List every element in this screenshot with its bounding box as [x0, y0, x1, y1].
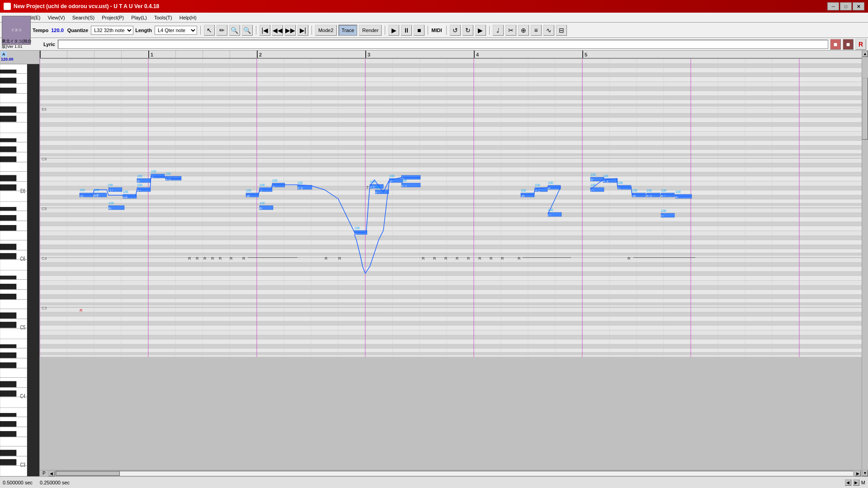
window-controls[interactable]: ─ □ ✕ — [827, 2, 864, 10]
svg-text:E6: E6 — [42, 107, 47, 112]
pause-button[interactable]: ⏸ — [401, 25, 412, 36]
svg-text:a↓: a↓ — [259, 206, 263, 210]
tool-btn-1[interactable]: ↺ — [450, 25, 461, 36]
piano-keys[interactable]: E6 C6 C5 C4 C3 — [0, 64, 39, 476]
note-tool-1[interactable]: ♩ — [493, 25, 504, 36]
scroll-up-btn[interactable]: ▲ — [862, 51, 868, 57]
svg-text:a↓: a↓ — [675, 195, 679, 198]
scroll-left-btn[interactable]: ◀ — [48, 471, 55, 476]
track-prefix: A — [1, 52, 7, 57]
svg-text:R: R — [422, 256, 425, 261]
pencil-tool-button[interactable]: ✏ — [217, 25, 227, 36]
note-tool-6[interactable]: ⊟ — [556, 25, 567, 36]
ruler-beat — [230, 51, 231, 59]
vertical-scrollbar[interactable]: ▲ ▼ — [862, 51, 868, 476]
svg-text:R: R — [80, 308, 83, 313]
status-scroll-right[interactable]: ▶ — [853, 479, 859, 486]
menu-project[interactable]: Project(P) — [98, 14, 127, 21]
skip-to-start-button[interactable]: |◀ — [259, 25, 270, 36]
sep4 — [385, 26, 385, 35]
quantize-dropdown[interactable]: L32 32th note L16 16th note L8 8th note … — [91, 26, 133, 35]
tool-btn-2[interactable]: ↻ — [462, 25, 473, 36]
ruler: 1 2 3 4 5 — [40, 51, 862, 59]
menu-play[interactable]: Play(L) — [127, 14, 151, 21]
note-tool-5[interactable]: ∿ — [543, 25, 554, 36]
play-button[interactable]: ▶ — [388, 25, 399, 36]
svg-text:か: か — [137, 179, 140, 183]
stop-button[interactable]: ■ — [414, 25, 425, 36]
lyric-input[interactable] — [58, 40, 828, 49]
time2-value: 0.250000 sec — [40, 480, 70, 485]
horizontal-scrollbar[interactable]: P ◀ ▶ — [40, 470, 862, 476]
svg-text:100: 100 — [354, 226, 360, 230]
note-tool-3[interactable]: ⊕ — [518, 25, 529, 36]
ruler-beat — [67, 51, 69, 59]
note-tool-2[interactable]: ✂ — [505, 25, 516, 36]
svg-text:R: R — [501, 256, 504, 261]
zoom-out-button[interactable]: 🔍 — [242, 25, 253, 36]
status-scroll-left[interactable]: ◀ — [845, 479, 851, 486]
zoom-in-button[interactable]: 🔍 — [229, 25, 240, 36]
svg-text:100: 100 — [259, 202, 265, 205]
vscroll-track[interactable] — [862, 57, 868, 470]
svg-text:C6: C6 — [20, 256, 25, 262]
svg-text:C4: C4 — [42, 256, 47, 261]
tool-btn-3[interactable]: ▶ — [475, 25, 486, 36]
minimize-button[interactable]: ─ — [827, 2, 839, 10]
scroll-track[interactable] — [56, 471, 854, 476]
svg-text:100: 100 — [389, 174, 395, 178]
mode2-button[interactable]: Mode2 — [315, 25, 337, 36]
svg-text:100: 100 — [661, 189, 666, 192]
note-tool-4[interactable]: ≡ — [531, 25, 542, 36]
svg-text:100: 100 — [548, 181, 553, 184]
ruler-beat — [121, 51, 123, 59]
rewind-button[interactable]: ◀◀ — [272, 25, 283, 36]
scroll-right-btn[interactable]: ▶ — [854, 471, 861, 476]
menu-help[interactable]: Help(H) — [176, 14, 200, 21]
skip-button[interactable]: ▶▶ — [285, 25, 296, 36]
restore-button[interactable]: □ — [840, 2, 852, 10]
render-button[interactable]: Render — [359, 25, 382, 36]
svg-text:7: 7 — [366, 185, 368, 190]
svg-text:R: R — [490, 256, 493, 261]
svg-text:い: い — [110, 188, 113, 192]
trace-button[interactable]: Trace — [339, 25, 358, 36]
toolbar: イタコ Tempo 120.0 Quantize L32 32th note L… — [0, 23, 868, 38]
svg-text:R: R — [478, 256, 481, 261]
svg-text:100: 100 — [80, 188, 85, 192]
svg-text:C4: C4 — [20, 393, 25, 399]
vscroll-thumb[interactable] — [862, 78, 868, 140]
status-bar: 0.500000 sec 0.250000 sec ◀ ▶ M — [0, 476, 868, 488]
track-name: 東北イタコ(統合 — [2, 39, 42, 44]
lyric-btn-3[interactable]: R — [855, 39, 866, 50]
midi-label: MIDI — [431, 28, 442, 33]
time1-value: 0.500000 sec — [3, 480, 33, 485]
menu-view[interactable]: View(V) — [44, 14, 68, 21]
svg-text:100: 100 — [590, 173, 596, 176]
close-button[interactable]: ✕ — [853, 2, 864, 10]
svg-text:R: R — [433, 256, 436, 261]
svg-text:し: し — [272, 184, 275, 187]
scroll-down-btn[interactable]: ▼ — [862, 470, 868, 476]
select-tool-button[interactable]: ↖ — [204, 25, 215, 36]
lyric-btn-1[interactable]: ■ — [830, 39, 841, 50]
svg-text:100: 100 — [259, 183, 265, 187]
status-time1: 0.500000 sec — [3, 480, 33, 485]
ruler-mark-3: 3 — [365, 51, 370, 59]
grid-scroll[interactable]: C5 C4 C3 C6 E6 -左 100 a末 100 — [40, 59, 862, 470]
lyric-btn-2[interactable]: ■ — [843, 39, 854, 50]
skip-to-end-button[interactable]: ▶| — [297, 25, 308, 36]
ruler-beat — [203, 51, 204, 59]
svg-text:100: 100 — [108, 202, 114, 205]
svg-text:-左: -左 — [80, 194, 84, 197]
svg-text:100: 100 — [108, 183, 113, 187]
menu-tools[interactable]: Tools(T) — [151, 14, 176, 21]
length-dropdown[interactable]: L4 Qter note L8 8th note L16 16th note L… — [155, 26, 197, 35]
menu-search[interactable]: Search(S) — [69, 14, 99, 21]
lyric-label: Lyric — [43, 42, 55, 47]
scroll-thumb[interactable] — [56, 471, 120, 476]
ruler-mark-1: 1 — [148, 51, 153, 59]
ruler-mark-4: 4 — [474, 51, 479, 59]
svg-text:R: R — [325, 256, 328, 261]
piano-svg: E6 C6 C5 C4 C3 — [0, 64, 39, 476]
